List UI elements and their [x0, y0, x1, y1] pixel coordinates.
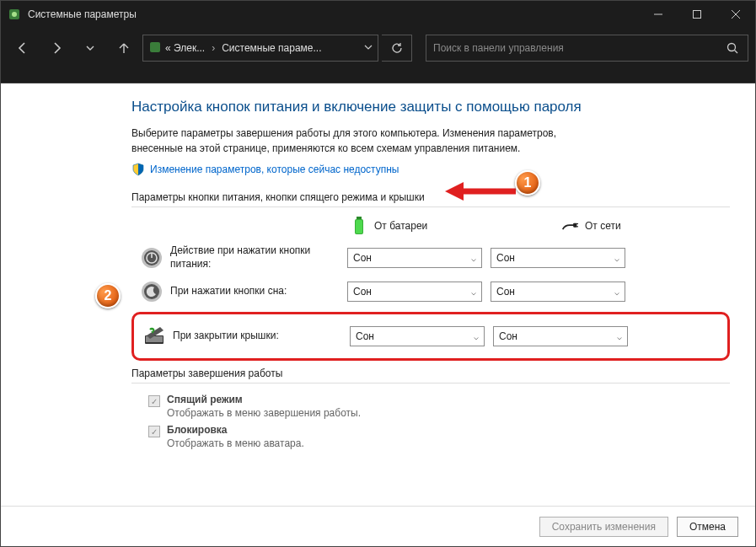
column-ac-label: От сети [585, 220, 621, 232]
search-icon[interactable] [724, 42, 741, 54]
row-power-button-label: Действие при нажатии кнопки питания: [170, 244, 347, 271]
navbar: « Элек... Системные параме... [1, 28, 755, 68]
search-box[interactable] [426, 35, 748, 62]
row-power-button: Действие при нажатии кнопки питания: Сон… [131, 241, 730, 275]
cancel-button[interactable]: Отмена [677, 517, 738, 537]
svg-rect-11 [356, 220, 362, 233]
lid-close-battery-select[interactable]: Сон⌵ [350, 326, 485, 346]
checkbox-icon [148, 395, 160, 407]
window-title: Системные параметры [28, 8, 639, 20]
svg-rect-3 [694, 11, 701, 19]
search-input[interactable] [433, 42, 724, 54]
chevron-down-icon: ⌵ [471, 287, 476, 297]
up-button[interactable] [109, 33, 139, 63]
chevron-down-icon: ⌵ [471, 254, 476, 263]
battery-icon [351, 217, 367, 234]
minimize-button[interactable] [639, 1, 678, 28]
row-lid-close: При закрытии крышки: Сон⌵ Сон⌵ [131, 312, 730, 361]
row-lid-close-label: При закрытии крышки: [173, 330, 350, 343]
laptop-lid-icon [141, 323, 168, 350]
breadcrumb-crumb-2[interactable]: Системные параме... [222, 42, 321, 54]
power-button-battery-select[interactable]: Сон⌵ [347, 248, 482, 268]
checkbox-lock-label: Блокировка Отображать в меню аватара. [167, 424, 304, 449]
window: Системные параметры « Элек... Системные … [0, 0, 756, 547]
forward-button[interactable] [41, 33, 72, 63]
chevron-down-icon: ⌵ [614, 287, 619, 297]
svg-rect-6 [150, 42, 160, 52]
sleep-button-battery-select[interactable]: Сон⌵ [347, 282, 482, 302]
svg-marker-24 [445, 182, 464, 201]
checkbox-lock: Блокировка Отображать в меню аватара. [148, 424, 730, 449]
sleep-button-icon [138, 278, 165, 305]
annotation-badge-1: 1 [515, 170, 540, 196]
chevron-down-icon[interactable] [364, 42, 373, 54]
svg-rect-9 [357, 217, 362, 219]
page-description: Выберите параметры завершения работы для… [131, 126, 603, 156]
plug-icon [561, 217, 578, 234]
chevron-down-icon: ⌵ [474, 332, 479, 341]
annotation-arrow-1 [445, 182, 517, 201]
setting-rows: Действие при нажатии кнопки питания: Сон… [131, 241, 730, 361]
sleep-button-ac-select[interactable]: Сон⌵ [491, 282, 625, 302]
svg-line-8 [735, 51, 738, 54]
section-shutdown-title: Параметры завершения работы [131, 367, 730, 383]
breadcrumb[interactable]: « Элек... Системные параме... [142, 35, 378, 62]
column-headers: От батареи От сети [131, 217, 730, 234]
titlebar: Системные параметры [1, 1, 755, 28]
row-sleep-button: При нажатии кнопки сна: Сон⌵ Сон⌵ [131, 275, 730, 308]
column-battery: От батареи [351, 217, 485, 234]
section-power-buttons-title: Параметры кнопки питания, кнопки спящего… [131, 191, 730, 207]
checkbox-icon [148, 426, 160, 437]
maximize-button[interactable] [678, 1, 716, 28]
admin-link-row: Изменение параметров, которые сейчас нед… [131, 163, 730, 176]
recent-dropdown[interactable] [75, 33, 105, 63]
change-unavailable-settings-link[interactable]: Изменение параметров, которые сейчас нед… [150, 164, 399, 175]
refresh-button[interactable] [382, 35, 412, 62]
chevron-down-icon: ⌵ [614, 254, 619, 263]
close-button[interactable] [716, 1, 755, 28]
shutdown-section: Параметры завершения работы Спящий режим… [131, 367, 730, 449]
checkbox-sleep-mode: Спящий режим Отображать в меню завершени… [148, 394, 730, 419]
shield-icon [131, 163, 145, 176]
save-button[interactable]: Сохранить изменения [539, 517, 668, 537]
chevron-down-icon: ⌵ [617, 332, 622, 341]
lid-close-ac-select[interactable]: Сон⌵ [493, 326, 628, 346]
page-heading: Настройка кнопок питания и включение защ… [131, 99, 730, 115]
app-icon [8, 8, 21, 21]
breadcrumb-icon [148, 40, 162, 56]
svg-point-1 [12, 12, 17, 17]
breadcrumb-crumb-1[interactable]: « Элек... [165, 42, 205, 54]
column-battery-label: От батареи [374, 220, 427, 232]
footer: Сохранить изменения Отмена [1, 506, 755, 546]
checkbox-sleep-label: Спящий режим Отображать в меню завершени… [167, 394, 361, 419]
annotation-badge-2: 2 [95, 283, 121, 308]
toolbar-strip [1, 68, 755, 83]
power-button-ac-select[interactable]: Сон⌵ [491, 248, 625, 268]
row-sleep-button-label: При нажатии кнопки сна: [170, 285, 347, 298]
column-ac: От сети [561, 217, 696, 234]
svg-point-7 [728, 44, 736, 51]
svg-rect-22 [146, 336, 163, 342]
back-button[interactable] [8, 33, 38, 63]
power-button-icon [138, 244, 165, 271]
breadcrumb-separator [208, 42, 218, 54]
